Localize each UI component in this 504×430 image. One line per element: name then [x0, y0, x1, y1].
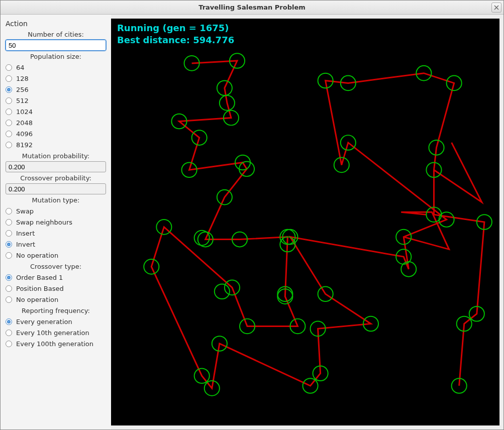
mut-type-option[interactable]: Insert: [6, 228, 106, 239]
radio-icon: [6, 142, 12, 148]
radio-icon: [6, 86, 12, 93]
pop-size-option[interactable]: 4096: [6, 128, 106, 139]
radio-icon: [6, 120, 12, 126]
report-freq-label: Reporting frequency:: [6, 305, 106, 315]
pop-size-option[interactable]: 64: [6, 62, 106, 73]
pop-size-option[interactable]: 1024: [6, 106, 106, 117]
pop-size-label: 1024: [16, 108, 33, 116]
pop-size-label: 4096: [16, 130, 33, 138]
radio-icon: [6, 318, 12, 325]
report-freq-label: Every 100th generation: [16, 340, 93, 348]
cross-prob-label: Crossover probability:: [6, 173, 106, 183]
mut-type-label: Swap neighbours: [16, 219, 72, 226]
report-freq-label: Every 10th generation: [16, 329, 89, 337]
app-window: Travelling Salesman Problem Action Numbe…: [0, 0, 504, 430]
mut-prob-input[interactable]: [6, 161, 106, 172]
visualization-canvas: Running (gen = 1675) Best distance: 594.…: [111, 19, 499, 425]
cross-type-option[interactable]: Order Based 1: [6, 272, 106, 283]
radio-icon: [6, 330, 12, 336]
cross-type-label: Crossover type:: [6, 261, 106, 271]
radio-icon: [6, 75, 12, 82]
cross-prob-input[interactable]: [6, 183, 106, 194]
radio-icon: [6, 285, 12, 292]
radio-icon: [6, 341, 12, 347]
pop-size-option[interactable]: 512: [6, 95, 106, 106]
mut-type-label: Insert: [16, 230, 35, 237]
pop-size-label: 512: [16, 97, 29, 104]
window-body: Action Number of cities: Population size…: [1, 15, 503, 429]
close-icon: [494, 5, 499, 10]
pop-size-label: 2048: [16, 119, 33, 127]
radio-icon: [6, 296, 12, 303]
cross-type-label: Order Based 1: [16, 274, 63, 281]
radio-icon: [6, 219, 12, 226]
cross-type-label: No operation: [16, 296, 58, 303]
radio-icon: [6, 241, 12, 248]
report-freq-label: Every generation: [16, 318, 72, 326]
titlebar: Travelling Salesman Problem: [1, 1, 503, 15]
radio-icon: [6, 274, 12, 281]
close-button[interactable]: [491, 3, 501, 13]
radio-icon: [6, 97, 12, 104]
svg-point-14: [215, 284, 230, 299]
report-freq-option[interactable]: Every 100th generation: [6, 338, 106, 349]
pop-size-option[interactable]: 2048: [6, 117, 106, 128]
mut-type-label: No operation: [16, 252, 58, 259]
mut-type-option[interactable]: Invert: [6, 239, 106, 250]
radio-icon: [6, 109, 12, 115]
mut-type-label: Swap: [16, 207, 34, 215]
report-freq-option[interactable]: Every 10th generation: [6, 327, 106, 338]
num-cities-label: Number of cities:: [6, 29, 106, 39]
pop-size-label: 128: [16, 75, 29, 82]
pop-size-label: 8192: [16, 141, 33, 149]
mut-type-label: Invert: [16, 241, 35, 248]
pop-size-option[interactable]: 128: [6, 73, 106, 84]
mut-type-option[interactable]: No operation: [6, 250, 106, 261]
pop-size-option[interactable]: 8192: [6, 139, 106, 150]
radio-icon: [6, 64, 12, 71]
pop-size-label: Population size:: [6, 51, 106, 61]
mut-type-option[interactable]: Swap: [6, 205, 106, 217]
report-freq-option[interactable]: Every generation: [6, 316, 106, 327]
num-cities-input[interactable]: [6, 40, 106, 51]
mut-type-label: Mutation type:: [6, 195, 106, 205]
cross-type-label: Position Based: [16, 285, 64, 292]
sidebar: Action Number of cities: Population size…: [1, 15, 111, 429]
cross-type-option[interactable]: Position Based: [6, 283, 106, 294]
radio-icon: [6, 131, 12, 137]
radio-icon: [6, 252, 12, 259]
mut-prob-label: Mutation probability:: [6, 151, 106, 161]
tsp-svg: [111, 19, 499, 425]
radio-icon: [6, 230, 12, 237]
mut-type-option[interactable]: Swap neighbours: [6, 217, 106, 228]
window-title: Travelling Salesman Problem: [1, 4, 503, 11]
menu-action[interactable]: Action: [6, 18, 106, 29]
pop-size-label: 256: [16, 86, 29, 93]
radio-icon: [6, 208, 12, 214]
cross-type-option[interactable]: No operation: [6, 294, 106, 305]
pop-size-label: 64: [16, 64, 25, 71]
pop-size-option[interactable]: 256: [6, 84, 106, 95]
